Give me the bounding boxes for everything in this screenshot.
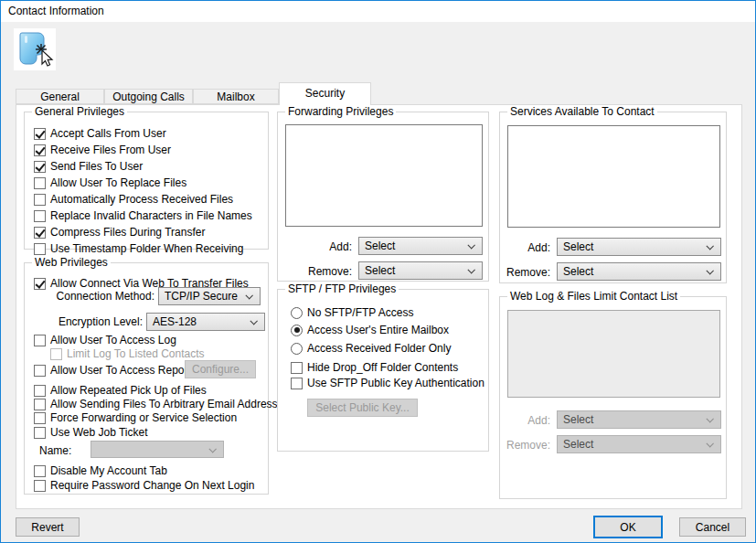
checkbox-label: Send Files To User xyxy=(50,160,143,173)
checkbox-use-web-job-ticket[interactable]: Use Web Job Ticket xyxy=(34,426,148,439)
combo-value: Select xyxy=(563,240,593,253)
select-public-key-button: Select Public Key... xyxy=(307,399,418,417)
cancel-button[interactable]: Cancel xyxy=(679,517,746,537)
connection-method-select[interactable]: TCP/IP Secure xyxy=(158,287,261,305)
checkbox-hide-drop-off-folder[interactable]: Hide Drop_Off Folder Contents xyxy=(291,361,458,374)
checkbox-label: Require Password Change On Next Login xyxy=(50,479,254,492)
services-add-select[interactable]: Select xyxy=(557,238,721,256)
checkbox-label: Limit Log To Listed Contacts xyxy=(67,347,205,360)
radio-label: Access Received Folder Only xyxy=(307,342,451,355)
window-title: Contact Information xyxy=(8,5,104,17)
forwarding-privileges-list[interactable] xyxy=(285,124,483,227)
services-remove-select[interactable]: Select xyxy=(557,262,721,281)
tab-general[interactable]: General xyxy=(16,89,104,104)
forwarding-add-select[interactable]: Select xyxy=(358,237,483,255)
checkbox-allow-repeated-pick-up[interactable]: Allow Repeated Pick Up of Files xyxy=(34,384,207,397)
checkbox-icon xyxy=(34,194,46,206)
checkbox-icon xyxy=(34,243,46,255)
checkbox-receive-files-from-user[interactable]: Receive Files From User xyxy=(34,144,268,156)
chevron-down-icon xyxy=(208,445,216,452)
checkbox-icon xyxy=(34,385,46,397)
radio-icon xyxy=(291,325,303,336)
checkbox-icon xyxy=(34,128,46,140)
checkbox-icon xyxy=(34,161,46,173)
checkbox-icon xyxy=(291,378,303,389)
checkbox-allow-user-to-access-log[interactable]: Allow User To Access Log xyxy=(34,334,176,346)
contact-click-icon xyxy=(14,28,56,70)
tab-security[interactable]: Security xyxy=(279,82,371,105)
connection-method-label: Connection Method: xyxy=(34,290,154,303)
radio-icon xyxy=(291,307,303,319)
revert-button[interactable]: Revert xyxy=(16,517,80,537)
checkbox-icon xyxy=(291,362,303,374)
group-sftp-ftp-privileges: SFTP / FTP Privileges No SFTP/FTP Access… xyxy=(277,289,489,452)
radio-access-received-folder-only[interactable]: Access Received Folder Only xyxy=(291,342,451,355)
radio-access-users-entire-mailbox[interactable]: Access User's Entire Mailbox xyxy=(291,324,449,336)
radio-label: Access User's Entire Mailbox xyxy=(307,324,449,336)
chevron-down-icon xyxy=(706,415,713,422)
remove-label: Remove: xyxy=(500,439,550,452)
web-log-add-select: Select xyxy=(557,410,721,429)
checkbox-limit-log-to-listed-contacts: Limit Log To Listed Contacts xyxy=(50,347,205,360)
checkbox-icon xyxy=(34,335,46,346)
chevron-down-icon xyxy=(706,242,713,250)
combo-value: Select xyxy=(563,438,593,451)
checkbox-automatically-process-received-files[interactable]: Automatically Process Received Files xyxy=(34,193,268,206)
checkbox-label: Receive Files From User xyxy=(50,144,171,156)
radio-icon xyxy=(291,343,303,355)
checkbox-label: Allow Repeated Pick Up of Files xyxy=(50,384,207,397)
group-title: Services Available To Contact xyxy=(507,105,657,118)
checkbox-label: Allow User To Replace Files xyxy=(50,176,186,189)
chevron-down-icon xyxy=(706,440,713,447)
group-general-privileges: General Privileges Accept Calls From Use… xyxy=(24,112,269,250)
checkbox-icon xyxy=(34,278,46,290)
checkbox-label: Use SFTP Public Key Authentication xyxy=(307,377,484,389)
encryption-level-select[interactable]: AES-128 xyxy=(146,313,265,331)
combo-value: Select xyxy=(563,265,593,278)
tab-outgoing-calls[interactable]: Outgoing Calls xyxy=(104,89,193,104)
forwarding-remove-select[interactable]: Select xyxy=(358,261,483,280)
checkbox-require-password-change[interactable]: Require Password Change On Next Login xyxy=(34,479,254,492)
encryption-level-label: Encryption Level: xyxy=(34,315,143,328)
checkbox-label: Allow User To Access Log xyxy=(50,334,176,346)
checkbox-label: Disable My Account Tab xyxy=(50,464,167,477)
checkbox-label: Allow Sending Files To Arbitrary Email A… xyxy=(50,398,289,410)
ok-button[interactable]: OK xyxy=(593,516,663,538)
checkbox-icon xyxy=(34,365,46,377)
checkbox-icon xyxy=(34,480,46,492)
contact-information-dialog: Contact Information xyxy=(0,0,756,543)
configure-button: Configure... xyxy=(185,360,256,378)
radio-no-sftp-ftp-access[interactable]: No SFTP/FTP Access xyxy=(291,306,413,319)
add-label: Add: xyxy=(278,240,352,253)
group-title: Forwarding Privileges xyxy=(285,105,396,118)
checkbox-disable-my-account-tab[interactable]: Disable My Account Tab xyxy=(34,464,167,477)
checkbox-accept-calls-from-user[interactable]: Accept Calls From User xyxy=(34,127,268,140)
combo-value: Select xyxy=(365,264,395,277)
checkbox-force-forwarding-or-service[interactable]: Force Forwarding or Service Selection xyxy=(34,411,237,424)
services-available-list[interactable] xyxy=(507,125,720,228)
web-log-remove-select: Select xyxy=(557,435,721,453)
chevron-down-icon xyxy=(467,241,474,249)
checkbox-allow-sending-arbitrary-email[interactable]: Allow Sending Files To Arbitrary Email A… xyxy=(34,398,289,410)
checkbox-send-files-to-user[interactable]: Send Files To User xyxy=(34,160,268,173)
checkbox-allow-user-to-replace-files[interactable]: Allow User To Replace Files xyxy=(34,176,268,189)
checkbox-allow-user-to-access-reports[interactable]: Allow User To Access Reports xyxy=(34,364,197,377)
group-web-log-files-limit: Web Log & Files Limit Contact List Add: … xyxy=(499,296,727,499)
group-title: SFTP / FTP Privileges xyxy=(285,282,399,295)
chevron-down-icon xyxy=(245,292,252,299)
checkbox-label: Replace Invalid Characters in File Names xyxy=(50,209,252,222)
checkbox-replace-invalid-characters[interactable]: Replace Invalid Characters in File Names xyxy=(34,209,268,222)
add-label: Add: xyxy=(507,414,550,427)
combo-value: Select xyxy=(563,413,593,426)
titlebar: Contact Information xyxy=(1,1,755,22)
chevron-down-icon xyxy=(467,266,474,273)
add-label: Add: xyxy=(507,241,550,254)
radio-label: No SFTP/FTP Access xyxy=(307,306,413,319)
tab-mailbox[interactable]: Mailbox xyxy=(193,89,279,104)
checkbox-compress-files-during-transfer[interactable]: Compress Files During Transfer xyxy=(34,226,268,239)
checkbox-icon xyxy=(50,348,62,360)
checkbox-label: Use Web Job Ticket xyxy=(50,426,148,439)
checkbox-use-timestamp-folder[interactable]: Use Timestamp Folder When Receiving xyxy=(34,242,268,255)
checkbox-use-sftp-public-key[interactable]: Use SFTP Public Key Authentication xyxy=(291,377,484,389)
group-forwarding-privileges: Forwarding Privileges Add: Select Remove… xyxy=(277,112,489,282)
